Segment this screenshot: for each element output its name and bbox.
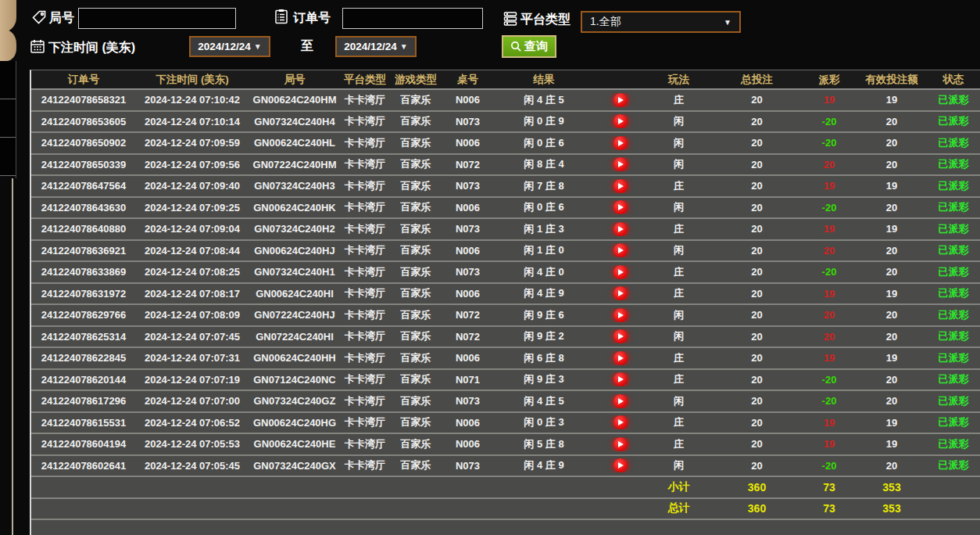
play-cell: 闲 [646,114,712,128]
bet-cell: 20 [712,266,802,278]
play-video-icon[interactable] [613,243,628,257]
round-cell: GN07324C240H3 [249,180,341,192]
bet-cell: 20 [712,202,802,214]
date-from-select[interactable]: 2024/12/24▼ [189,36,270,57]
result-cell: 闲 9 庄 2 [493,329,595,343]
valid-cell: 19 [857,438,927,450]
result-cell: 闲 1 庄 3 [493,222,595,236]
table-no-cell: N006 [442,352,493,364]
play-video-icon[interactable] [613,329,628,343]
result-cell: 闲 4 庄 5 [493,93,595,107]
order-cell: 241224078620144 [31,374,136,386]
table-no-cell: N073 [442,266,493,278]
play-video-icon[interactable] [613,458,628,472]
order-cell: 241224078604194 [31,438,136,450]
status-cell: 已派彩 [927,458,980,472]
round-cell: GN07324C240GX [249,460,341,472]
status-cell: 已派彩 [927,415,980,429]
status-cell: 已派彩 [927,93,980,107]
col-header-game: 游戏类型 [389,73,442,87]
bet-cell: 20 [712,331,802,343]
col-header-result: 结果 [493,73,595,87]
play-video-icon[interactable] [613,200,628,214]
valid-cell: 20 [857,137,927,149]
col-header-status: 状态 [927,73,980,87]
chevron-down-icon: ▼ [254,42,262,51]
table-row: 2412240786297662024-12-24 07:08:09GN0722… [31,305,980,327]
table-row: 2412240786172962024-12-24 07:07:00GN0732… [31,391,980,413]
platform-cell: 卡卡湾厅 [341,394,389,408]
valid-cell: 19 [857,180,927,192]
result-cell: 闲 0 庄 6 [493,136,595,150]
date-to-select[interactable]: 2024/12/24▼ [335,36,417,57]
payout-cell: -20 [802,266,857,278]
play-video-icon[interactable] [613,372,628,386]
table-row: 2412240786369212024-12-24 07:08:44GN0062… [31,241,980,263]
round-cell: GN07324C240H1 [249,266,341,278]
payout-cell: -20 [802,395,857,407]
col-header-bet-time: 下注时间 (美东) [136,73,249,87]
game-cell: 百家乐 [389,136,442,150]
payout-cell: 20 [802,159,857,171]
game-cell: 百家乐 [389,286,442,300]
play-video-icon[interactable] [613,265,628,279]
result-cell: 闲 5 庄 8 [493,437,595,451]
play-video-icon[interactable] [613,157,628,171]
platform-cell: 卡卡湾厅 [341,437,389,451]
play-cell: 闲 [646,157,712,171]
bet-records-page: 局号 订单号 平台类型 1.全部 ▼ 下注时间 (美东) 2024/12/24▼… [0,0,980,535]
order-no-label: 订单号 [293,10,331,27]
chevron-down-icon: ▼ [724,18,731,27]
grand-total-label: 总计 [646,501,712,515]
table-row: 2412240786475642024-12-24 07:09:40GN0732… [31,176,980,198]
table-no-cell: N006 [442,245,493,257]
valid-cell: 20 [857,395,927,407]
valid-cell: 19 [857,352,927,364]
platform-cell: 卡卡湾厅 [341,157,389,171]
platform-type-select[interactable]: 1.全部 ▼ [581,11,741,33]
table-body: 2412240786583212024-12-24 07:10:42GN0062… [31,90,980,477]
game-cell: 百家乐 [389,415,442,429]
replay-cell [595,200,646,214]
query-button[interactable]: 查询 [502,35,556,58]
play-video-icon[interactable] [613,394,628,408]
round-no-label: 局号 [49,10,74,27]
play-cell: 庄 [646,93,712,107]
play-video-icon[interactable] [613,437,628,451]
game-cell: 百家乐 [389,93,442,107]
status-cell: 已派彩 [927,265,980,279]
order-no-input[interactable] [342,8,483,29]
play-video-icon[interactable] [613,93,628,107]
status-cell: 已派彩 [927,329,980,343]
game-cell: 百家乐 [389,222,442,236]
play-video-icon[interactable] [613,114,628,128]
play-video-icon[interactable] [613,179,628,193]
game-cell: 百家乐 [389,200,442,214]
table-row: 2412240786319722024-12-24 07:08:17GN0062… [31,284,980,306]
play-cell: 闲 [646,200,712,214]
play-video-icon[interactable] [613,286,628,300]
play-cell: 闲 [646,136,712,150]
play-video-icon[interactable] [613,136,628,150]
replay-cell [595,351,646,365]
round-no-input[interactable] [78,8,236,29]
play-video-icon[interactable] [613,308,628,322]
bet-time-cell: 2024-12-24 07:05:53 [136,438,249,450]
table-no-cell: N073 [442,395,493,407]
play-video-icon[interactable] [613,222,628,236]
play-video-icon[interactable] [613,351,628,365]
bet-time-cell: 2024-12-24 07:07:45 [136,331,249,343]
bet-cell: 20 [712,223,802,235]
grand-total-valid: 353 [857,502,927,515]
replay-cell [595,437,646,451]
replay-cell [595,372,646,386]
replay-cell [595,458,646,472]
round-cell: GN00624C240HE [249,438,341,450]
play-video-icon[interactable] [613,415,628,429]
round-cell: GN00624C240HM [249,94,341,106]
bet-time-cell: 2024-12-24 07:10:14 [136,116,249,127]
table-row: 2412240786436302024-12-24 07:09:25GN0062… [31,198,980,220]
platform-cell: 卡卡湾厅 [341,329,389,343]
status-cell: 已派彩 [927,286,980,300]
left-rail-decoration [0,30,16,61]
